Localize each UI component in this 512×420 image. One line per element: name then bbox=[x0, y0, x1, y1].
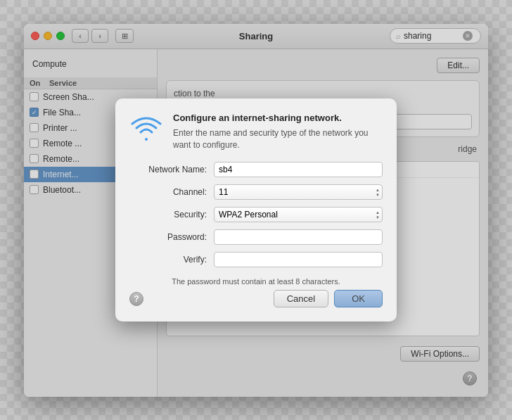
modal-header: Configure an internet-sharing network. E… bbox=[129, 113, 383, 151]
password-input[interactable] bbox=[214, 229, 383, 245]
modal-title: Configure an internet-sharing network. bbox=[173, 113, 383, 123]
main-window: ‹ › ⊞ Sharing ⌕ ✕ Compute On Service bbox=[24, 24, 488, 397]
modal-button-group: Cancel OK bbox=[274, 290, 383, 307]
network-name-input[interactable] bbox=[214, 162, 383, 177]
modal-form: Network Name: Channel: 11 1 6 bbox=[129, 162, 383, 267]
modal-dialog: Configure an internet-sharing network. E… bbox=[115, 98, 397, 322]
modal-help-button[interactable]: ? bbox=[129, 292, 143, 306]
network-name-label: Network Name: bbox=[129, 165, 214, 174]
modal-buttons: ? Cancel OK bbox=[129, 290, 383, 307]
channel-control: 11 1 6 bbox=[214, 184, 383, 200]
security-select[interactable]: WPA2 Personal None WEP WPA Personal bbox=[214, 207, 383, 222]
network-name-control bbox=[214, 162, 383, 177]
security-control: WPA2 Personal None WEP WPA Personal bbox=[214, 207, 383, 222]
channel-row: Channel: 11 1 6 bbox=[129, 184, 383, 200]
security-label: Security: bbox=[129, 210, 214, 219]
cancel-button[interactable]: Cancel bbox=[274, 290, 328, 307]
modal-subtitle: Enter the name and security type of the … bbox=[173, 127, 383, 151]
password-control bbox=[214, 229, 383, 245]
verify-control bbox=[214, 252, 383, 267]
channel-select[interactable]: 11 1 6 bbox=[214, 184, 383, 200]
security-row: Security: WPA2 Personal None WEP WPA Per… bbox=[129, 207, 383, 222]
password-label: Password: bbox=[129, 232, 214, 242]
verify-row: Verify: bbox=[129, 252, 383, 267]
verify-label: Verify: bbox=[129, 255, 214, 265]
wifi-icon bbox=[129, 113, 163, 146]
modal-title-area: Configure an internet-sharing network. E… bbox=[173, 113, 383, 151]
password-hint: The password must contain at least 8 cha… bbox=[129, 277, 383, 286]
modal-overlay: Configure an internet-sharing network. E… bbox=[24, 24, 488, 397]
channel-label: Channel: bbox=[129, 187, 214, 197]
password-row: Password: bbox=[129, 229, 383, 245]
ok-button[interactable]: OK bbox=[334, 290, 383, 307]
verify-input[interactable] bbox=[214, 252, 383, 267]
network-name-row: Network Name: bbox=[129, 162, 383, 177]
